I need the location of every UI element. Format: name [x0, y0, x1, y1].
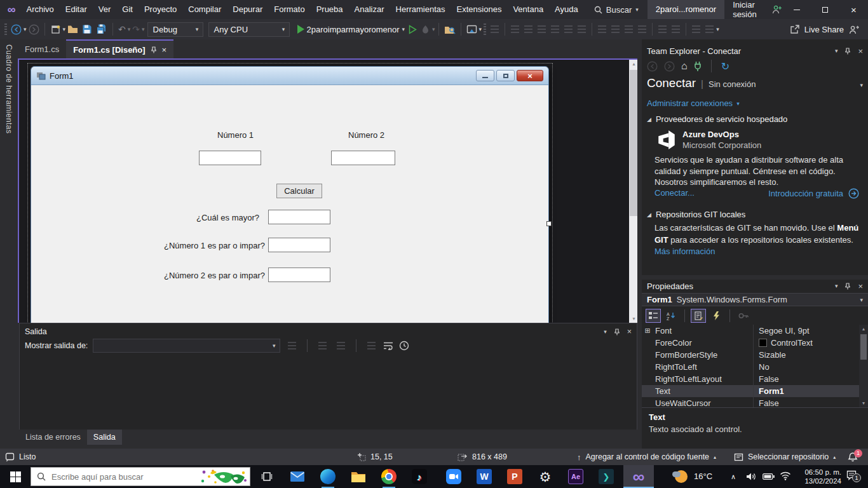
pin-icon[interactable] — [844, 48, 851, 55]
minimize-button[interactable] — [782, 0, 811, 19]
property-row-selected[interactable]: Text Form1 — [642, 385, 868, 397]
vertical-spacing-icon[interactable] — [672, 25, 680, 33]
section-hosted-providers[interactable]: ◢ Proveedores de servicio hospedado — [647, 114, 787, 124]
sign-in-button[interactable]: Iniciar sesión — [733, 0, 782, 19]
scrollbar-thumb[interactable] — [860, 334, 867, 360]
start-without-debug-icon[interactable] — [409, 25, 417, 34]
edge-app-icon[interactable] — [313, 465, 343, 488]
undo-icon[interactable]: ↶ — [118, 24, 126, 34]
make-same-height-icon[interactable] — [611, 25, 620, 33]
settings-app-icon[interactable]: ⚙ — [530, 465, 560, 488]
chrome-app-icon[interactable] — [374, 465, 404, 488]
property-value[interactable]: Segoe UI, 9pt — [754, 325, 868, 337]
label-numero1-par-impar[interactable]: ¿Número 1 es par o impar? — [164, 241, 259, 250]
scroll-down-icon[interactable]: ▾ — [859, 400, 868, 406]
start-project-button[interactable]: 2paroimparmayoromenor — [307, 25, 400, 34]
align-lefts-icon[interactable] — [491, 25, 499, 33]
zoom-app-icon[interactable] — [438, 465, 469, 488]
properties-view-icon[interactable] — [691, 309, 706, 323]
find-message-icon[interactable] — [288, 342, 296, 349]
chevron-down-icon[interactable]: ▾ — [604, 329, 607, 335]
new-project-icon[interactable] — [50, 24, 61, 34]
categorized-icon[interactable] — [646, 309, 661, 323]
battery-icon[interactable] — [763, 473, 775, 480]
menu-compilar[interactable]: Compilar — [182, 0, 227, 19]
navigate-back-icon[interactable] — [11, 24, 22, 35]
next-message-icon[interactable] — [337, 342, 345, 349]
solution-configuration-combo[interactable]: Debug ▾ — [147, 22, 203, 37]
align-centers-icon[interactable] — [511, 25, 519, 33]
pin-icon[interactable] — [614, 329, 620, 336]
pin-icon[interactable] — [844, 283, 851, 290]
home-icon[interactable]: ⌂ — [681, 60, 688, 72]
toolbar-grip[interactable] — [484, 24, 486, 35]
restore-button[interactable] — [811, 0, 839, 19]
carnival-doodle[interactable] — [199, 468, 248, 486]
powerpoint-app-icon[interactable]: P — [499, 465, 530, 488]
menu-extensiones[interactable]: Extensiones — [451, 0, 508, 19]
align-rights-icon[interactable] — [524, 25, 532, 33]
azure-intro-link[interactable]: Introducción gratuita — [768, 188, 859, 199]
output-source-value[interactable] — [93, 341, 268, 350]
textbox-par2[interactable] — [268, 268, 330, 282]
size-to-grid-icon[interactable] — [625, 25, 633, 33]
close-panel-icon[interactable]: × — [858, 281, 863, 291]
alphabetical-sort-icon[interactable]: AZ — [663, 309, 679, 323]
taskbar-search[interactable] — [31, 467, 250, 486]
menu-prueba[interactable]: Prueba — [311, 0, 349, 19]
add-to-source-control-button[interactable]: ↑ Agregar al control de código fuente ▴ — [577, 449, 716, 465]
menu-analizar[interactable]: Analizar — [349, 0, 390, 19]
scroll-up-icon[interactable]: ▴ — [859, 326, 868, 332]
notifications-bell-button[interactable]: 1 — [848, 449, 858, 465]
horizontal-spacing-icon[interactable] — [658, 25, 667, 33]
property-value[interactable]: Form1 — [754, 385, 868, 397]
expand-icon[interactable]: ⊞ — [642, 325, 653, 337]
form-minimize-button[interactable] — [476, 70, 494, 81]
chevron-down-icon[interactable]: ▾ — [860, 82, 863, 88]
chevron-down-icon[interactable]: ▾ — [402, 26, 405, 32]
show-all-files-icon[interactable] — [466, 24, 477, 34]
property-row[interactable]: RightToLeftLayout False — [642, 373, 868, 385]
live-share-button[interactable]: Live Share — [790, 19, 859, 39]
property-row[interactable]: UseWaitCursor False — [642, 397, 868, 407]
file-explorer-app-icon[interactable] — [343, 465, 374, 488]
word-wrap-icon[interactable] — [383, 341, 394, 350]
textbox-par1[interactable] — [268, 238, 330, 252]
chevron-down-icon[interactable]: ▾ — [63, 26, 66, 32]
designed-form[interactable]: Form1 × Número 1 Número 2 Calcular ¿Cuál… — [31, 66, 549, 323]
te-back-icon[interactable] — [647, 61, 658, 72]
textbox-numero1[interactable] — [199, 151, 261, 165]
connect-plug-icon[interactable] — [694, 61, 702, 72]
redo-icon[interactable]: ↷ — [132, 24, 140, 34]
timestamp-clock-icon[interactable] — [399, 341, 409, 351]
designer-vertical-scrollbar[interactable]: ▴ ▾ — [629, 60, 637, 323]
form-client-area[interactable]: Número 1 Número 2 Calcular ¿Cuál es mayo… — [31, 85, 548, 323]
toolbox-strip[interactable]: Cuadro de herramientas — [0, 39, 18, 323]
forms-designer-surface[interactable]: Form1 × Número 1 Número 2 Calcular ¿Cuál… — [18, 60, 637, 323]
wifi-icon[interactable] — [780, 471, 791, 480]
zoom-designer-icon[interactable] — [638, 25, 646, 33]
property-pages-key-icon[interactable] — [736, 309, 751, 323]
clear-output-icon[interactable] — [367, 342, 376, 349]
scrollbar-thumb[interactable] — [630, 70, 637, 216]
label-numero2-par-impar[interactable]: ¿Número 2 es par o impar? — [164, 271, 259, 280]
task-view-button[interactable] — [252, 465, 282, 488]
menu-ayuda[interactable]: Ayuda — [549, 0, 584, 19]
label-numero2[interactable]: Número 2 — [348, 130, 384, 140]
bring-to-front-icon[interactable] — [692, 25, 700, 33]
refresh-icon[interactable]: ↻ — [721, 60, 729, 72]
start-debug-icon[interactable] — [297, 25, 304, 34]
search-box[interactable]: Buscar ▾ — [594, 5, 639, 15]
make-same-width-icon[interactable] — [578, 25, 586, 33]
volume-icon[interactable] — [746, 472, 757, 481]
align-middles-icon[interactable] — [551, 25, 559, 33]
select-repository-button[interactable]: Seleccionar repositorio ▴ — [734, 449, 836, 465]
property-value[interactable]: False — [754, 397, 868, 407]
dev-app-icon[interactable]: ❯ — [591, 465, 621, 488]
more-info-link[interactable]: Más información — [654, 247, 715, 256]
label-numero1[interactable]: Número 1 — [217, 130, 254, 140]
events-lightning-icon[interactable] — [709, 309, 724, 323]
property-row[interactable]: ⊞ Font Segoe UI, 9pt — [642, 325, 868, 337]
section-local-git[interactable]: ◢ Repositorios GIT locales — [647, 210, 745, 219]
hot-reload-icon[interactable] — [421, 25, 430, 34]
